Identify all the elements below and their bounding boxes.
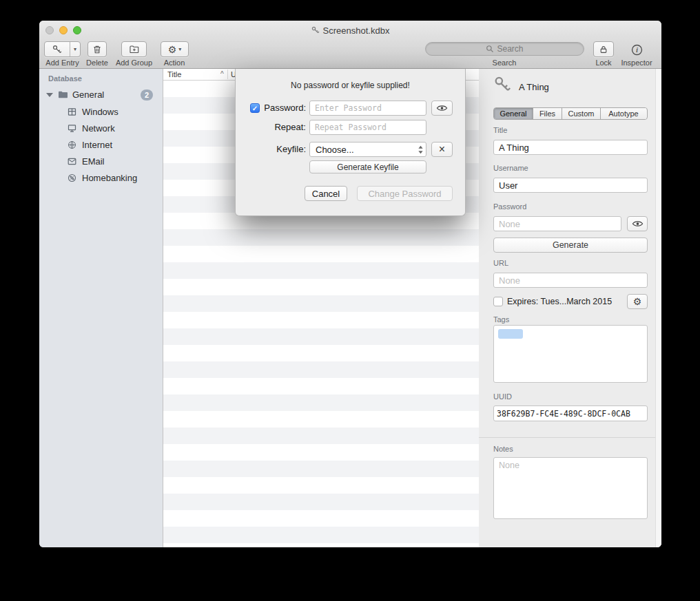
repeat-label: Repeat:	[250, 122, 306, 132]
info-circle-icon: i	[631, 44, 643, 56]
tab-autotype[interactable]: Autotype	[601, 108, 646, 119]
search-icon	[486, 45, 494, 53]
add-group-button[interactable]	[121, 41, 147, 57]
password-checkbox[interactable]: ✓	[250, 103, 260, 113]
tag-chip[interactable]	[498, 329, 523, 339]
reveal-password-button[interactable]	[431, 101, 453, 116]
gear-icon: ⚙	[633, 297, 642, 306]
key-icon	[45, 42, 70, 56]
trash-icon	[92, 45, 102, 54]
padlock-icon	[599, 45, 608, 54]
title-label: Title	[493, 126, 507, 134]
sidebar-item-label: Windows	[82, 107, 119, 117]
delete-button[interactable]	[88, 41, 107, 57]
entry-count-badge: 2	[141, 89, 153, 101]
inspector-label: Inspector	[616, 59, 657, 67]
add-entry-button[interactable]: ▾	[44, 41, 81, 57]
window-title-text: Screenshot.kdbx	[323, 25, 390, 36]
eye-icon	[632, 220, 644, 228]
password-row: ✓ Password:	[236, 101, 465, 116]
inspector-tabs: General Files Custom Autotype	[493, 107, 648, 120]
search-label: Search	[480, 59, 528, 67]
password-label: Password	[493, 202, 526, 211]
add-group-label: Add Group	[111, 59, 157, 67]
url-label: URL	[493, 259, 508, 267]
sidebar-item-label: Network	[82, 123, 115, 134]
window-chrome: Screenshot.kdbx ▾ Add Entry Delete Add G…	[39, 21, 661, 69]
search-placeholder: Search	[497, 44, 523, 54]
keyfile-popup[interactable]: Choose...	[309, 142, 426, 157]
column-divider[interactable]	[227, 70, 228, 79]
notes-field[interactable]	[493, 457, 648, 519]
sidebar-item-label: Homebanking	[82, 173, 137, 183]
tab-files[interactable]: Files	[533, 108, 562, 119]
change-password-button[interactable]: Change Password	[357, 186, 453, 201]
group-sidebar: Database General 2 Windows Network	[39, 69, 163, 547]
tags-field[interactable]	[493, 325, 648, 383]
sidebar-item-general[interactable]: General 2	[39, 87, 163, 103]
tab-general[interactable]: General	[494, 108, 533, 119]
uuid-field[interactable]	[493, 405, 648, 421]
reveal-password-button[interactable]	[627, 216, 648, 231]
delete-label: Delete	[82, 59, 112, 67]
password-field[interactable]	[493, 216, 621, 231]
generate-keyfile-button[interactable]: Generate Keyfile	[309, 160, 426, 173]
notes-label: Notes	[493, 445, 513, 453]
lock-button[interactable]	[593, 41, 614, 57]
keyfile-label: Keyfile:	[250, 144, 306, 154]
username-label: Username	[493, 164, 528, 172]
expires-options-button[interactable]: ⚙	[627, 294, 648, 309]
generate-password-button[interactable]: Generate	[493, 238, 648, 253]
expires-row: Expires: Tues...March 2015	[493, 295, 612, 308]
folder-plus-icon	[129, 45, 140, 54]
sidebar-item-network[interactable]: Network	[39, 120, 163, 137]
dialog-message: No password or keyfile supplied!	[236, 81, 465, 90]
folder-icon	[57, 89, 69, 103]
expires-label: Expires: Tues...March 2015	[507, 297, 612, 306]
generate-keyfile-label: Generate Keyfile	[337, 162, 398, 172]
network-icon	[67, 123, 77, 136]
password-dialog: No password or keyfile supplied! ✓ Passw…	[235, 69, 466, 216]
column-header-title[interactable]: Title	[167, 70, 181, 78]
document-key-icon	[311, 26, 320, 34]
percent-coin-icon	[67, 173, 77, 186]
keyfile-popup-value: Choose...	[316, 145, 354, 155]
clear-icon: ×	[439, 144, 445, 155]
expires-checkbox[interactable]	[493, 297, 503, 306]
tab-custom[interactable]: Custom	[562, 108, 601, 119]
windows-icon	[67, 107, 77, 120]
action-button[interactable]: ⚙ ▾	[161, 41, 189, 57]
svg-text:i: i	[636, 46, 638, 53]
envelope-icon	[67, 156, 77, 169]
username-field[interactable]	[493, 178, 648, 193]
uuid-label: UUID	[493, 392, 512, 401]
repeat-row: Repeat:	[236, 120, 465, 135]
url-field[interactable]	[493, 273, 648, 288]
inspector-scrollbar[interactable]	[655, 69, 661, 547]
password-input[interactable]	[309, 101, 426, 116]
sidebar-item-label: General	[72, 89, 104, 100]
repeat-password-input[interactable]	[309, 120, 426, 135]
chevron-down-icon: ▾	[178, 46, 181, 52]
inspector-button[interactable]: i	[623, 42, 650, 57]
sidebar-item-internet[interactable]: Internet	[39, 137, 163, 154]
keyfile-row: Keyfile: Choose... ×	[236, 142, 465, 157]
tags-label: Tags	[493, 315, 509, 324]
sidebar-item-email[interactable]: EMail	[39, 154, 163, 170]
title-field[interactable]	[493, 140, 648, 155]
search-input[interactable]: Search	[425, 42, 584, 56]
sidebar-item-homebanking[interactable]: Homebanking	[39, 170, 163, 187]
entry-title: A Thing	[519, 82, 549, 92]
cancel-button[interactable]: Cancel	[305, 186, 347, 201]
eye-icon	[436, 104, 448, 112]
generate-label: Generate	[553, 240, 588, 250]
sort-indicator-icon: ^	[220, 70, 224, 78]
cancel-label: Cancel	[312, 189, 340, 199]
disclosure-triangle-icon[interactable]	[46, 93, 53, 97]
clear-keyfile-button[interactable]: ×	[431, 142, 453, 157]
chevron-down-icon: ▾	[74, 46, 76, 52]
add-entry-dropdown[interactable]: ▾	[70, 42, 80, 56]
app-window: Screenshot.kdbx ▾ Add Entry Delete Add G…	[39, 21, 661, 547]
change-password-label: Change Password	[368, 189, 441, 199]
sidebar-item-windows[interactable]: Windows	[39, 104, 163, 120]
